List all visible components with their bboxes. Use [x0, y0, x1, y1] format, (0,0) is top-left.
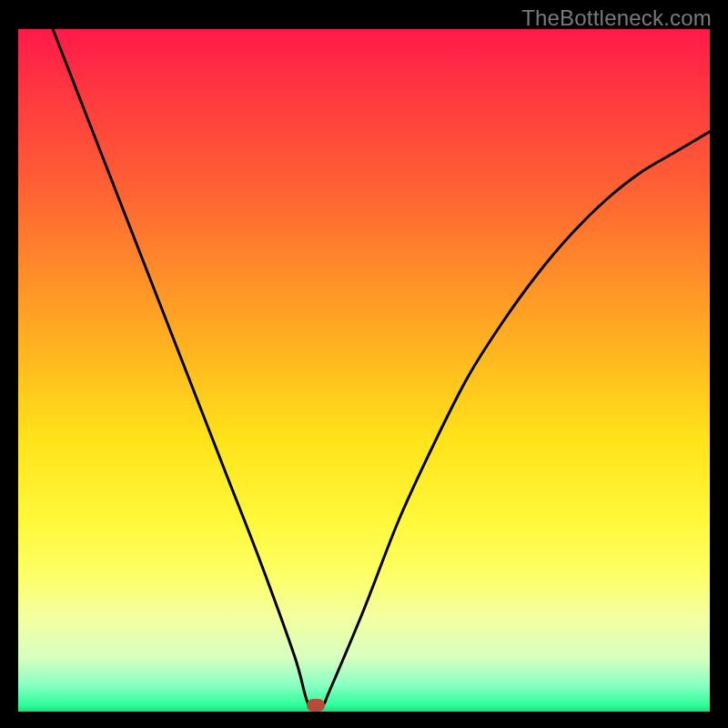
chart-container: TheBottleneck.com [0, 0, 728, 728]
optimal-point-marker [307, 699, 325, 712]
plot-area [18, 29, 710, 712]
bottleneck-curve [53, 29, 710, 709]
watermark-text: TheBottleneck.com [521, 5, 712, 31]
curve-svg [18, 29, 710, 712]
